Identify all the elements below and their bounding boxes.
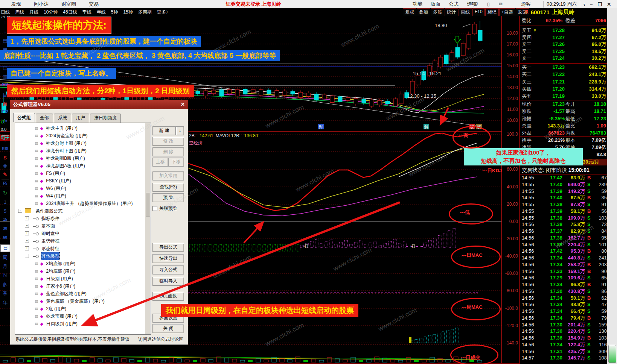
toolbar-icon[interactable]: ≈ — [0, 138, 10, 143]
chart-tool-button[interactable]: +自选 — [499, 8, 515, 16]
period-tab[interactable]: 10分钟 — [44, 9, 58, 15]
toolbar-icon[interactable]: 年 — [0, 299, 10, 306]
chart-tool-button[interactable]: 标记 — [485, 8, 499, 16]
toolbar-icon[interactable]: 自 — [0, 101, 10, 108]
tree-item-label[interactable]: 形态特征 — [41, 245, 59, 252]
tree-item[interactable]: - 其他类型 — [15, 252, 151, 259]
back-icon[interactable]: ‹ — [583, 2, 585, 7]
tree-item-label[interactable]: 神龙分时上图 (用户) — [46, 140, 86, 147]
tree-item-label[interactable]: 条件选股公式 — [35, 207, 62, 215]
tree-item-label[interactable]: FSKY (用户) — [46, 177, 71, 185]
expand-icon[interactable]: + — [25, 224, 29, 228]
minimize-icon[interactable]: – — [590, 2, 593, 7]
menu-item[interactable]: 发现 — [11, 1, 21, 8]
user-label[interactable]: 游客 — [521, 1, 531, 8]
dialog-button[interactable]: 导出公式 — [152, 243, 184, 252]
dialog-button[interactable]: 导入公式 — [152, 265, 184, 275]
restore-icon[interactable]: ❐ — [598, 2, 602, 7]
dialog-button[interactable]: 临时导入 — [152, 277, 184, 286]
toolbar-icon[interactable]: ƒx — [0, 119, 10, 123]
expand-icon[interactable]: + — [25, 239, 29, 243]
close-icon[interactable]: ✕ — [607, 2, 611, 7]
toolbar-icon[interactable]: ○ — [0, 128, 10, 133]
tree-item-label[interactable]: 乾龙宝藏 (用户) — [46, 312, 77, 320]
tree-item[interactable]: ▤ ◆ 黄色底部 （黄金底部）(用户) — [15, 297, 151, 305]
tree-item-label[interactable]: 神龙主升 (用户) — [46, 124, 77, 132]
tree-item-label[interactable]: 神龙分时下图 (用户) — [46, 147, 86, 155]
mail-icon[interactable]: ✉ — [499, 2, 503, 7]
tree-item[interactable]: ▤ ◆ 日级别 (用户) — [15, 275, 151, 282]
toolbar-icon[interactable]: ← — [0, 11, 10, 16]
toolbar-icon[interactable]: S — [0, 155, 10, 161]
dialog-tab[interactable]: 公式组 — [13, 113, 35, 122]
tree-item-label[interactable]: FS (用户) — [46, 170, 65, 177]
dialog-tab[interactable]: 按日期频度 — [90, 114, 121, 123]
tree-item-label[interactable]: W4 (用户) — [46, 192, 66, 200]
tree-item-label[interactable]: 蓝色底部区域 (用户) — [46, 290, 86, 297]
dialog-button[interactable]: 新 建 — [152, 126, 176, 135]
dialog-titlebar[interactable]: 公式管理器V6.05 ✕ — [10, 100, 188, 109]
tree-item[interactable]: ▤ ◆ 3均底部 (用户) — [15, 259, 151, 267]
period-tab[interactable]: 月线 — [29, 9, 38, 15]
tree-item-label[interactable]: 神龙副图A板 (用户) — [46, 162, 85, 170]
dialog-button[interactable]: 上移 — [152, 158, 168, 167]
tree-item[interactable]: ▤ ◆ 庄家小6 (用户) — [15, 282, 151, 290]
dialog-button[interactable]: 加入常用 — [152, 171, 184, 180]
tree-item[interactable]: ▤ ◆ 神龙副图A板 (用户) — [15, 162, 151, 169]
chart-tool-button[interactable]: 多股 — [431, 8, 444, 16]
tree-item-label[interactable]: 黄色底部 （黄金底部）(用户) — [46, 297, 104, 305]
menu-item[interactable]: 财富圈 — [61, 1, 76, 8]
tree-item[interactable]: ▤ ◆ FS (用户) — [15, 169, 151, 177]
mobile-icon[interactable]: ▯ — [487, 2, 490, 7]
tree-item-label[interactable]: 2024底部主升 （趋势量能操作系统）(用户) — [46, 200, 133, 207]
period-tab[interactable]: 更多〉 — [157, 9, 171, 15]
chart-tool-button[interactable]: 复权 — [403, 8, 416, 16]
toolbar-icon[interactable] — [2, 135, 9, 136]
tree-item[interactable]: - 条件选股公式 — [15, 207, 151, 214]
toolbar-icon[interactable]: F5 — [0, 181, 10, 185]
dialog-button[interactable]: 下移 — [168, 158, 184, 167]
tree-item[interactable]: ▤ ◆ FSKY (用户) — [15, 177, 151, 184]
dialog-status-link[interactable]: 访问通达信公式讨论区 — [138, 336, 183, 343]
toolbar-icon[interactable] — [2, 179, 9, 180]
menu-item[interactable]: 公式 — [449, 1, 459, 8]
expand-icon[interactable]: + — [25, 246, 29, 250]
tree-scrollbar[interactable] — [145, 123, 150, 334]
menu-item[interactable]: 交易 — [89, 1, 99, 8]
toolbar-icon[interactable]: ↻ — [0, 190, 10, 196]
dialog-tab[interactable]: 用户 — [72, 114, 89, 123]
tree-item-label[interactable]: 日周级别 (用户) — [46, 320, 77, 328]
toolbar-icon[interactable]: 季 — [0, 290, 10, 297]
dialog-button[interactable]: ↓ — [176, 126, 184, 135]
tree-item-label[interactable]: 走势特征 — [41, 237, 59, 245]
tree-item-label[interactable]: 2均底部 (用户) — [46, 267, 75, 275]
dialog-tab[interactable]: 全部 — [36, 114, 53, 123]
expand-icon[interactable]: - — [18, 209, 22, 213]
toolbar-icon[interactable]: F12 — [0, 110, 10, 114]
float-tag[interactable]: 解 — [424, 124, 429, 129]
tree-item[interactable]: ▤ ◆ 蓝色底部区域 (用户) — [15, 290, 151, 297]
tree-scroll-thumb[interactable] — [146, 193, 150, 217]
tree-item[interactable]: + 即时盘中 — [15, 229, 151, 237]
toolbar-icon[interactable]: ✎ — [0, 171, 10, 177]
tree-item[interactable]: + 指标条件 — [15, 214, 151, 222]
tree-item[interactable]: ▤ ◆ 乾龙宝藏 (用户) — [15, 312, 151, 320]
float-tag[interactable]: 财 — [318, 124, 324, 129]
tree-item[interactable]: ▤ ◆ W6 (用户) — [15, 184, 151, 192]
dialog-close-icon[interactable]: ✕ — [181, 100, 185, 109]
toolbar-icon[interactable]: RSI — [0, 147, 10, 151]
period-tab[interactable]: 45日线 — [63, 9, 77, 15]
menu-item[interactable]: 问小达 — [34, 1, 49, 8]
tree-item[interactable]: ▤ ◆ 神龙副图B版 (用户) — [15, 154, 151, 162]
tree-item[interactable]: ▤ ◆ 神龙分时上图 (用户) — [15, 139, 151, 147]
dialog-button[interactable]: 修 改 — [152, 137, 184, 146]
transaction-list[interactable]: 14:55 17.42 63.9万 B 67 14:55 17.40 649.0… — [520, 174, 608, 361]
expand-icon[interactable]: - — [25, 254, 29, 258]
tree-item[interactable]: + 基本面 — [15, 222, 151, 229]
toolbar-icon[interactable]: ✚ — [0, 163, 10, 169]
expand-icon[interactable]: + — [25, 216, 29, 220]
tree-item[interactable]: ▤ ◆ 神龙主升 (用户) — [15, 124, 151, 132]
expand-icon[interactable]: + — [25, 231, 29, 235]
dialog-button[interactable]: 关 闭 — [152, 324, 184, 333]
tree-item[interactable]: ▤ ◆ 神龙分时下图 (用户) — [15, 147, 151, 154]
